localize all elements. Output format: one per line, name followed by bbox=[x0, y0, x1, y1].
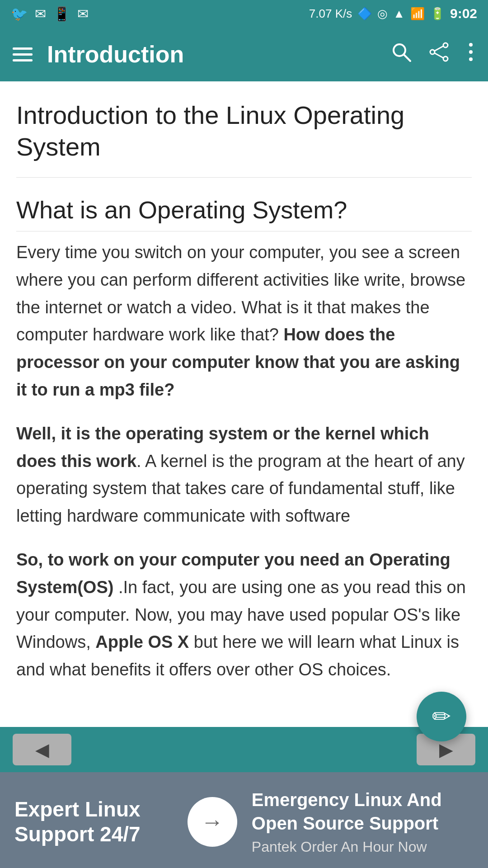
svg-line-6 bbox=[434, 53, 443, 58]
speed-text: 7.07 K/s bbox=[309, 7, 352, 21]
twitter-icon: 🐦 bbox=[11, 6, 28, 22]
status-left-icons: 🐦 ✉ 📱 ✉ bbox=[11, 6, 89, 22]
status-right-area: 7.07 K/s 🔷 ◎ ▲ 📶 🔋 9:02 bbox=[309, 6, 477, 21]
navigation-bar: ◀ ▶ bbox=[0, 727, 488, 772]
edit-icon: ✏ bbox=[432, 703, 451, 730]
svg-point-8 bbox=[469, 50, 473, 54]
ad-right-block: Emergency Linux And Open Source Support … bbox=[252, 788, 474, 855]
paragraph-1-normal: Every time you switch on your computer, … bbox=[16, 243, 465, 344]
paragraph-2: Well, it is the operating system or the … bbox=[16, 420, 472, 530]
ad-headline: Expert Linux Support 24/7 bbox=[14, 797, 141, 846]
edit-fab-button[interactable]: ✏ bbox=[417, 692, 466, 741]
wifi-icon: ▲ bbox=[393, 7, 405, 21]
media-icon: ◎ bbox=[377, 7, 388, 21]
svg-point-3 bbox=[430, 50, 435, 54]
prev-button[interactable]: ◀ bbox=[13, 734, 71, 765]
next-icon: ▶ bbox=[439, 739, 453, 760]
battery-icon: 🔋 bbox=[430, 7, 445, 21]
signal-icon: 📶 bbox=[410, 7, 425, 21]
svg-point-9 bbox=[469, 57, 473, 61]
article-content: Introduction to the Linux Operating Syst… bbox=[0, 81, 488, 727]
status-bar: 🐦 ✉ 📱 ✉ 7.07 K/s 🔷 ◎ ▲ 📶 🔋 9:02 bbox=[0, 0, 488, 27]
sim-icon: 📱 bbox=[53, 6, 70, 22]
paragraph-1: Every time you switch on your computer, … bbox=[16, 239, 472, 404]
menu-button[interactable] bbox=[13, 47, 33, 61]
ad-arrow-icon: → bbox=[201, 809, 224, 835]
toolbar-title: Introduction bbox=[47, 41, 390, 68]
bluetooth-icon: 🔷 bbox=[357, 7, 372, 21]
mail2-icon: ✉ bbox=[77, 6, 89, 22]
article-title: Introduction to the Linux Operating Syst… bbox=[16, 99, 472, 178]
toolbar: Introduction bbox=[0, 27, 488, 81]
share-button[interactable] bbox=[428, 41, 450, 68]
time-display: 9:02 bbox=[450, 6, 477, 21]
ad-right-sub: Pantek Order An Hour Now bbox=[252, 839, 474, 855]
ad-left-text: Expert Linux Support 24/7 bbox=[14, 797, 173, 847]
svg-point-7 bbox=[469, 43, 473, 47]
ad-arrow-button[interactable]: → bbox=[188, 797, 237, 847]
ad-right-title: Emergency Linux And Open Source Support bbox=[252, 788, 474, 835]
svg-line-1 bbox=[404, 55, 410, 61]
section-heading: What is an Operating System? bbox=[16, 196, 472, 231]
more-options-button[interactable] bbox=[466, 41, 475, 68]
toolbar-action-icons bbox=[390, 41, 475, 68]
paragraph-3-bold2: Apple OS X bbox=[95, 632, 189, 651]
prev-icon: ◀ bbox=[35, 739, 49, 760]
svg-point-4 bbox=[443, 57, 448, 61]
paragraph-3: So, to work on your computer you need an… bbox=[16, 546, 472, 684]
mail-icon: ✉ bbox=[35, 6, 46, 22]
svg-line-5 bbox=[434, 46, 443, 51]
search-button[interactable] bbox=[390, 41, 412, 68]
advertisement-banner[interactable]: Expert Linux Support 24/7 → Emergency Li… bbox=[0, 772, 488, 868]
svg-point-2 bbox=[443, 43, 448, 47]
